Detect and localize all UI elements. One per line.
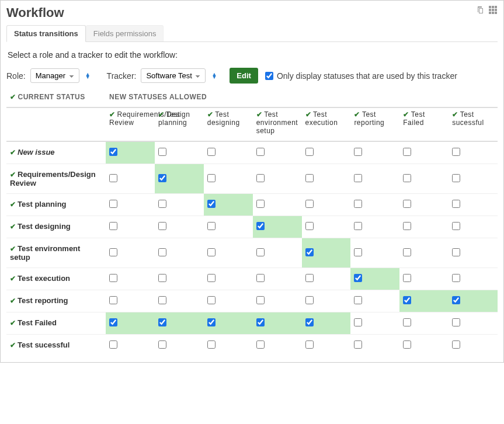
- transition-checkbox[interactable]: [207, 148, 215, 156]
- transition-checkbox[interactable]: [256, 148, 265, 156]
- filter-label[interactable]: Only display statuses that are used by t…: [277, 71, 457, 81]
- transition-checkbox[interactable]: [452, 174, 460, 182]
- row-label[interactable]: ✔Test designing: [6, 216, 106, 238]
- transition-checkbox[interactable]: [354, 340, 362, 349]
- transition-checkbox[interactable]: [354, 148, 362, 156]
- transition-checkbox[interactable]: [109, 274, 117, 282]
- row-label[interactable]: ✔Requirements/Design Review: [6, 164, 106, 194]
- transition-checkbox[interactable]: [305, 200, 314, 208]
- transition-checkbox[interactable]: [305, 248, 314, 256]
- transition-checkbox[interactable]: [305, 148, 314, 156]
- transition-checkbox[interactable]: [207, 296, 215, 304]
- tab-status-transitions[interactable]: Status transitions: [6, 25, 86, 42]
- transition-checkbox[interactable]: [207, 248, 215, 256]
- transition-checkbox[interactable]: [305, 340, 314, 349]
- transition-checkbox[interactable]: [403, 318, 411, 326]
- transition-checkbox[interactable]: [109, 148, 117, 156]
- filter-checkbox[interactable]: [265, 72, 273, 80]
- column-header[interactable]: ✔Test sucessful: [449, 107, 498, 141]
- transition-checkbox[interactable]: [158, 318, 166, 326]
- transition-checkbox[interactable]: [452, 318, 460, 326]
- transition-checkbox[interactable]: [305, 222, 314, 230]
- copy-icon[interactable]: [475, 5, 485, 16]
- transition-checkbox[interactable]: [109, 248, 117, 256]
- transition-checkbox[interactable]: [452, 148, 460, 156]
- transition-checkbox[interactable]: [109, 200, 117, 208]
- transition-checkbox[interactable]: [354, 248, 362, 256]
- current-status-header[interactable]: ✔CURRENT STATUS: [6, 91, 106, 107]
- row-label[interactable]: ✔Test sucessful: [6, 335, 106, 357]
- tracker-select[interactable]: Software Test: [141, 68, 206, 83]
- edit-button[interactable]: Edit: [230, 68, 258, 84]
- transition-checkbox[interactable]: [256, 274, 265, 282]
- transition-checkbox[interactable]: [354, 274, 362, 282]
- transition-checkbox[interactable]: [207, 222, 215, 230]
- column-header[interactable]: ✔Test execution: [302, 107, 351, 141]
- transition-checkbox[interactable]: [354, 296, 362, 304]
- transition-checkbox[interactable]: [305, 296, 314, 304]
- transition-checkbox[interactable]: [256, 340, 265, 349]
- grid-icon[interactable]: [488, 5, 498, 16]
- transition-checkbox[interactable]: [354, 222, 362, 230]
- transition-checkbox[interactable]: [452, 274, 460, 282]
- transition-checkbox[interactable]: [403, 200, 411, 208]
- transition-checkbox[interactable]: [403, 248, 411, 256]
- column-header[interactable]: ✔Test designing: [204, 107, 253, 141]
- column-header[interactable]: ✔Test environment setup: [253, 107, 302, 141]
- transition-checkbox[interactable]: [403, 148, 411, 156]
- transition-checkbox[interactable]: [207, 340, 215, 349]
- transition-checkbox[interactable]: [207, 274, 215, 282]
- transition-checkbox[interactable]: [158, 340, 166, 349]
- column-header[interactable]: ✔Requirements/Design Review: [106, 107, 155, 141]
- transition-checkbox[interactable]: [158, 148, 166, 156]
- transition-checkbox[interactable]: [158, 174, 166, 182]
- transition-checkbox[interactable]: [109, 222, 117, 230]
- transition-checkbox[interactable]: [354, 200, 362, 208]
- transition-checkbox[interactable]: [256, 296, 265, 304]
- row-label[interactable]: ✔Test environment setup: [6, 238, 106, 268]
- row-label[interactable]: ✔Test execution: [6, 268, 106, 290]
- tab-fields-permissions[interactable]: Fields permissions: [86, 25, 164, 41]
- transition-checkbox[interactable]: [207, 318, 215, 326]
- transition-checkbox[interactable]: [109, 318, 117, 326]
- transition-checkbox[interactable]: [403, 274, 411, 282]
- transition-checkbox[interactable]: [452, 222, 460, 230]
- transition-checkbox[interactable]: [403, 174, 411, 182]
- transition-checkbox[interactable]: [452, 248, 460, 256]
- transition-checkbox[interactable]: [256, 174, 265, 182]
- transition-checkbox[interactable]: [158, 296, 166, 304]
- transition-checkbox[interactable]: [354, 318, 362, 326]
- row-label[interactable]: ✔New issue: [6, 141, 106, 164]
- transition-checkbox[interactable]: [403, 340, 411, 349]
- sort-icon[interactable]: ▲▼: [211, 73, 217, 79]
- transition-checkbox[interactable]: [256, 248, 265, 256]
- transition-checkbox[interactable]: [403, 222, 411, 230]
- role-select[interactable]: Manager: [30, 68, 79, 83]
- row-label[interactable]: ✔Test Failed: [6, 312, 106, 335]
- row-label[interactable]: ✔Test planning: [6, 194, 106, 216]
- transition-checkbox[interactable]: [158, 274, 166, 282]
- transition-checkbox[interactable]: [452, 296, 460, 304]
- transition-checkbox[interactable]: [305, 318, 314, 326]
- transition-checkbox[interactable]: [403, 296, 411, 304]
- transition-checkbox[interactable]: [207, 174, 215, 182]
- transition-checkbox[interactable]: [256, 318, 265, 326]
- transition-checkbox[interactable]: [354, 174, 362, 182]
- transition-checkbox[interactable]: [305, 274, 314, 282]
- transition-checkbox[interactable]: [305, 174, 314, 182]
- transition-checkbox[interactable]: [158, 248, 166, 256]
- sort-icon[interactable]: ▲▼: [85, 73, 91, 79]
- transition-checkbox[interactable]: [109, 296, 117, 304]
- column-header[interactable]: ✔Test Failed: [399, 107, 449, 141]
- transition-checkbox[interactable]: [109, 174, 117, 182]
- transition-checkbox[interactable]: [452, 200, 460, 208]
- transition-checkbox[interactable]: [256, 222, 265, 230]
- row-label[interactable]: ✔Test reporting: [6, 290, 106, 312]
- transition-checkbox[interactable]: [158, 200, 166, 208]
- column-header[interactable]: ✔Test reporting: [350, 107, 399, 141]
- transition-checkbox[interactable]: [452, 340, 460, 349]
- column-header[interactable]: ✔Test planning: [155, 107, 204, 141]
- transition-checkbox[interactable]: [158, 222, 166, 230]
- transition-checkbox[interactable]: [109, 340, 117, 349]
- transition-checkbox[interactable]: [256, 200, 265, 208]
